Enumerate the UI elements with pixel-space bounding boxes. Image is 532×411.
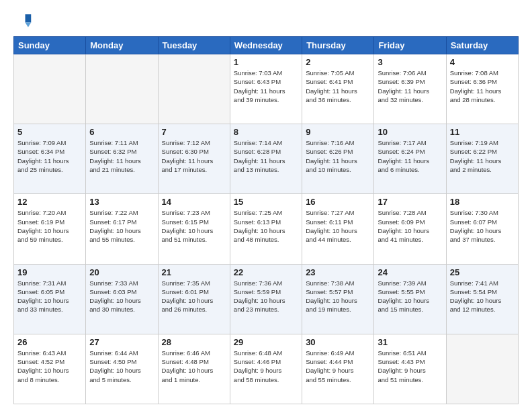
day-number: 13 <box>89 197 154 207</box>
calendar-day: 22Sunrise: 7:36 AM Sunset: 5:59 PM Dayli… <box>230 264 302 334</box>
calendar-day: 9Sunrise: 7:16 AM Sunset: 6:26 PM Daylig… <box>302 124 374 194</box>
day-number: 25 <box>450 267 515 277</box>
calendar-day: 20Sunrise: 7:33 AM Sunset: 6:03 PM Dayli… <box>86 264 158 334</box>
day-number: 22 <box>234 267 298 277</box>
day-info: Sunrise: 7:08 AM Sunset: 6:36 PM Dayligh… <box>450 68 515 104</box>
day-info: Sunrise: 7:22 AM Sunset: 6:17 PM Dayligh… <box>89 208 154 244</box>
day-number: 21 <box>162 267 226 277</box>
calendar-day: 15Sunrise: 7:25 AM Sunset: 6:13 PM Dayli… <box>230 194 302 264</box>
day-info: Sunrise: 7:20 AM Sunset: 6:19 PM Dayligh… <box>17 208 82 244</box>
day-info: Sunrise: 7:03 AM Sunset: 6:43 PM Dayligh… <box>234 68 298 104</box>
calendar-day: 16Sunrise: 7:27 AM Sunset: 6:11 PM Dayli… <box>302 194 374 264</box>
weekday-header-thursday: Thursday <box>302 37 374 54</box>
day-number: 2 <box>306 57 370 67</box>
calendar-day: 5Sunrise: 7:09 AM Sunset: 6:34 PM Daylig… <box>14 124 86 194</box>
day-number: 8 <box>234 127 298 137</box>
calendar-day: 3Sunrise: 7:06 AM Sunset: 6:39 PM Daylig… <box>374 54 446 124</box>
day-number: 12 <box>17 197 82 207</box>
calendar-day <box>14 54 86 124</box>
weekday-header-wednesday: Wednesday <box>230 37 302 54</box>
day-info: Sunrise: 7:39 AM Sunset: 5:55 PM Dayligh… <box>378 279 442 314</box>
day-number: 1 <box>234 57 298 67</box>
day-info: Sunrise: 7:17 AM Sunset: 6:24 PM Dayligh… <box>378 138 442 174</box>
calendar-day: 27Sunrise: 6:44 AM Sunset: 4:50 PM Dayli… <box>86 334 158 404</box>
day-number: 23 <box>306 267 370 277</box>
day-info: Sunrise: 7:16 AM Sunset: 6:26 PM Dayligh… <box>306 138 370 174</box>
day-info: Sunrise: 7:06 AM Sunset: 6:39 PM Dayligh… <box>378 68 442 104</box>
calendar-day: 24Sunrise: 7:39 AM Sunset: 5:55 PM Dayli… <box>374 264 446 334</box>
day-number: 5 <box>17 127 82 137</box>
calendar-day: 31Sunrise: 6:51 AM Sunset: 4:43 PM Dayli… <box>374 334 446 404</box>
calendar-week-row: 1Sunrise: 7:03 AM Sunset: 6:43 PM Daylig… <box>14 54 519 124</box>
day-number: 30 <box>306 337 370 347</box>
day-info: Sunrise: 7:12 AM Sunset: 6:30 PM Dayligh… <box>162 138 226 174</box>
day-number: 16 <box>306 197 370 207</box>
day-number: 31 <box>378 337 442 347</box>
day-info: Sunrise: 6:49 AM Sunset: 4:44 PM Dayligh… <box>306 349 370 384</box>
day-number: 20 <box>89 267 154 277</box>
calendar-day: 23Sunrise: 7:38 AM Sunset: 5:57 PM Dayli… <box>302 264 374 334</box>
calendar-week-row: 26Sunrise: 6:43 AM Sunset: 4:52 PM Dayli… <box>14 334 519 404</box>
day-number: 28 <box>162 337 226 347</box>
weekday-header-tuesday: Tuesday <box>158 37 230 54</box>
day-info: Sunrise: 6:44 AM Sunset: 4:50 PM Dayligh… <box>89 349 154 384</box>
day-number: 9 <box>306 127 370 137</box>
calendar-day: 13Sunrise: 7:22 AM Sunset: 6:17 PM Dayli… <box>86 194 158 264</box>
calendar-day: 26Sunrise: 6:43 AM Sunset: 4:52 PM Dayli… <box>14 334 86 404</box>
day-info: Sunrise: 7:09 AM Sunset: 6:34 PM Dayligh… <box>17 138 82 174</box>
day-info: Sunrise: 7:30 AM Sunset: 6:07 PM Dayligh… <box>450 208 515 244</box>
day-info: Sunrise: 7:14 AM Sunset: 6:28 PM Dayligh… <box>234 138 298 174</box>
day-number: 14 <box>162 197 226 207</box>
svg-marker-1 <box>26 23 32 28</box>
day-info: Sunrise: 7:05 AM Sunset: 6:41 PM Dayligh… <box>306 68 370 104</box>
calendar-day: 6Sunrise: 7:11 AM Sunset: 6:32 PM Daylig… <box>86 124 158 194</box>
calendar-day: 28Sunrise: 6:46 AM Sunset: 4:48 PM Dayli… <box>158 334 230 404</box>
day-info: Sunrise: 6:48 AM Sunset: 4:46 PM Dayligh… <box>234 349 298 384</box>
calendar-day <box>86 54 158 124</box>
header <box>13 11 519 30</box>
day-info: Sunrise: 7:36 AM Sunset: 5:59 PM Dayligh… <box>234 279 298 314</box>
calendar-day: 14Sunrise: 7:23 AM Sunset: 6:15 PM Dayli… <box>158 194 230 264</box>
logo <box>13 11 35 30</box>
day-number: 6 <box>89 127 154 137</box>
calendar-day: 7Sunrise: 7:12 AM Sunset: 6:30 PM Daylig… <box>158 124 230 194</box>
calendar-week-row: 12Sunrise: 7:20 AM Sunset: 6:19 PM Dayli… <box>14 194 519 264</box>
calendar-day: 10Sunrise: 7:17 AM Sunset: 6:24 PM Dayli… <box>374 124 446 194</box>
calendar-day: 29Sunrise: 6:48 AM Sunset: 4:46 PM Dayli… <box>230 334 302 404</box>
weekday-header-row: SundayMondayTuesdayWednesdayThursdayFrid… <box>14 37 519 54</box>
generalblue-icon <box>13 11 32 30</box>
calendar-day: 18Sunrise: 7:30 AM Sunset: 6:07 PM Dayli… <box>446 194 518 264</box>
day-info: Sunrise: 7:41 AM Sunset: 5:54 PM Dayligh… <box>450 279 515 314</box>
calendar-day: 11Sunrise: 7:19 AM Sunset: 6:22 PM Dayli… <box>446 124 518 194</box>
day-info: Sunrise: 7:38 AM Sunset: 5:57 PM Dayligh… <box>306 279 370 314</box>
page: SundayMondayTuesdayWednesdayThursdayFrid… <box>0 0 532 411</box>
day-info: Sunrise: 7:28 AM Sunset: 6:09 PM Dayligh… <box>378 208 442 244</box>
day-number: 10 <box>378 127 442 137</box>
calendar-day: 21Sunrise: 7:35 AM Sunset: 6:01 PM Dayli… <box>158 264 230 334</box>
day-number: 4 <box>450 57 515 67</box>
svg-marker-0 <box>26 14 32 22</box>
day-info: Sunrise: 6:46 AM Sunset: 4:48 PM Dayligh… <box>162 349 226 384</box>
calendar-day <box>158 54 230 124</box>
day-number: 27 <box>89 337 154 347</box>
calendar-table: SundayMondayTuesdayWednesdayThursdayFrid… <box>13 36 519 404</box>
day-info: Sunrise: 7:33 AM Sunset: 6:03 PM Dayligh… <box>89 279 154 314</box>
day-info: Sunrise: 7:23 AM Sunset: 6:15 PM Dayligh… <box>162 208 226 244</box>
calendar-day: 1Sunrise: 7:03 AM Sunset: 6:43 PM Daylig… <box>230 54 302 124</box>
day-number: 26 <box>17 337 82 347</box>
calendar-day <box>446 334 518 404</box>
calendar-day: 4Sunrise: 7:08 AM Sunset: 6:36 PM Daylig… <box>446 54 518 124</box>
weekday-header-friday: Friday <box>374 37 446 54</box>
day-number: 17 <box>378 197 442 207</box>
day-info: Sunrise: 6:43 AM Sunset: 4:52 PM Dayligh… <box>17 349 82 384</box>
day-info: Sunrise: 7:19 AM Sunset: 6:22 PM Dayligh… <box>450 138 515 174</box>
calendar-week-row: 5Sunrise: 7:09 AM Sunset: 6:34 PM Daylig… <box>14 124 519 194</box>
day-info: Sunrise: 7:25 AM Sunset: 6:13 PM Dayligh… <box>234 208 298 244</box>
day-info: Sunrise: 7:31 AM Sunset: 6:05 PM Dayligh… <box>17 279 82 314</box>
weekday-header-monday: Monday <box>86 37 158 54</box>
day-info: Sunrise: 7:27 AM Sunset: 6:11 PM Dayligh… <box>306 208 370 244</box>
day-number: 24 <box>378 267 442 277</box>
day-info: Sunrise: 7:35 AM Sunset: 6:01 PM Dayligh… <box>162 279 226 314</box>
calendar-day: 12Sunrise: 7:20 AM Sunset: 6:19 PM Dayli… <box>14 194 86 264</box>
calendar-day: 2Sunrise: 7:05 AM Sunset: 6:41 PM Daylig… <box>302 54 374 124</box>
